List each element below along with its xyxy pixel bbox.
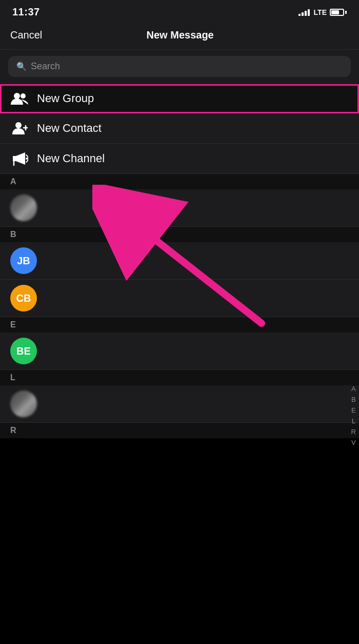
search-bar[interactable]: 🔍 Search bbox=[8, 56, 351, 77]
lte-label: LTE bbox=[314, 8, 327, 16]
section-letter-l: L bbox=[10, 373, 15, 382]
avatar bbox=[10, 391, 37, 417]
nav-header: Cancel New Message bbox=[0, 22, 359, 50]
index-letter-b[interactable]: B bbox=[351, 396, 356, 403]
status-bar: 11:37 LTE bbox=[0, 0, 359, 22]
avatar: BE bbox=[10, 338, 37, 364]
megaphone-icon bbox=[10, 151, 29, 166]
menu-list: New Group New Contact New Channel bbox=[0, 84, 359, 174]
list-item[interactable]: JB bbox=[0, 242, 359, 280]
section-header-r: R bbox=[0, 423, 359, 438]
section-letter-e: E bbox=[10, 320, 16, 329]
avatar bbox=[10, 194, 37, 221]
group-icon bbox=[10, 91, 29, 106]
status-icons: LTE bbox=[298, 8, 347, 16]
index-letter-e[interactable]: E bbox=[351, 406, 356, 414]
index-letter-r[interactable]: R bbox=[351, 428, 356, 436]
svg-point-6 bbox=[26, 158, 28, 160]
avatar: JB bbox=[10, 247, 37, 274]
svg-point-2 bbox=[15, 122, 22, 128]
index-letter-a[interactable]: A bbox=[351, 385, 356, 393]
new-group-label: New Group bbox=[37, 92, 94, 105]
section-header-l: L bbox=[0, 370, 359, 385]
list-item[interactable] bbox=[0, 385, 359, 423]
section-letter-a: A bbox=[10, 177, 16, 186]
section-header-e: E bbox=[0, 317, 359, 333]
index-letter-v[interactable]: V bbox=[351, 439, 356, 446]
contacts-section: A B JB CB E BE L R bbox=[0, 174, 359, 438]
avatar: CB bbox=[10, 285, 37, 311]
list-item[interactable] bbox=[0, 189, 359, 227]
add-contact-icon bbox=[10, 121, 29, 136]
new-group-item[interactable]: New Group bbox=[0, 84, 359, 113]
svg-point-0 bbox=[14, 93, 20, 99]
list-item[interactable]: BE bbox=[0, 333, 359, 370]
status-time: 11:37 bbox=[12, 6, 40, 18]
section-letter-r: R bbox=[10, 426, 16, 435]
index-bar: A B E L R V bbox=[351, 385, 356, 446]
new-channel-item[interactable]: New Channel bbox=[0, 144, 359, 174]
new-contact-label: New Contact bbox=[37, 122, 102, 135]
index-letter-l[interactable]: L bbox=[352, 417, 355, 425]
cancel-button[interactable]: Cancel bbox=[10, 29, 42, 41]
search-icon: 🔍 bbox=[16, 62, 27, 71]
new-contact-item[interactable]: New Contact bbox=[0, 113, 359, 144]
signal-bars-icon bbox=[298, 9, 310, 16]
search-placeholder: Search bbox=[31, 61, 60, 72]
section-header-b: B bbox=[0, 227, 359, 242]
new-channel-label: New Channel bbox=[37, 152, 105, 165]
svg-point-1 bbox=[21, 93, 26, 99]
list-item[interactable]: CB bbox=[0, 280, 359, 317]
section-letter-b: B bbox=[10, 230, 16, 239]
battery-icon bbox=[330, 9, 347, 16]
search-container: 🔍 Search bbox=[0, 50, 359, 84]
nav-title: New Message bbox=[147, 29, 214, 41]
section-header-a: A bbox=[0, 174, 359, 189]
